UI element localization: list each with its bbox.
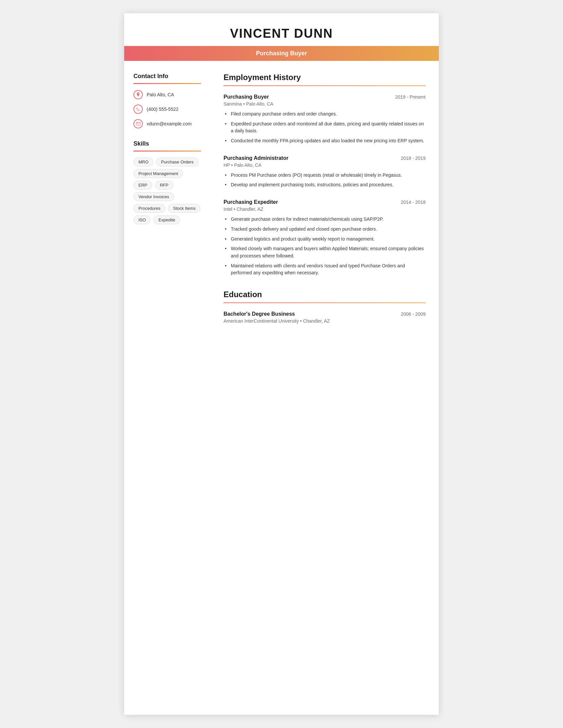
skill-tag: ERP: [133, 181, 152, 190]
contact-divider: [133, 83, 201, 84]
job-header-3: Purchasing Expediter 2014 - 2018: [223, 199, 426, 205]
contact-section-title: Contact Info: [133, 73, 201, 80]
job-company-1: Sanmina • Palo Alto, CA: [223, 101, 426, 107]
contact-location: Palo Alto, CA: [133, 90, 201, 99]
job-block-1: Purchasing Buyer 2019 - Present Sanmina …: [223, 94, 426, 145]
skill-tag: Expedite: [153, 215, 180, 224]
skills-section-title: Skills: [133, 140, 201, 147]
skills-divider: [133, 151, 201, 152]
contact-email: vdunn@example.com: [133, 119, 201, 128]
bullet: Process PM Purchase orders (PO) requests…: [225, 172, 426, 179]
edu-block-1: Bachelor's Degree Business 2006 - 2009 A…: [223, 311, 426, 324]
job-header-1: Purchasing Buyer 2019 - Present: [223, 94, 426, 100]
job-block-2: Purchasing Administrator 2018 - 2019 HP …: [223, 155, 426, 189]
edu-dates-1: 2006 - 2009: [401, 311, 426, 317]
bullet: Tracked goods delivery and updated and c…: [225, 226, 426, 233]
skill-tag: RFP: [155, 181, 173, 190]
bullet: Develop and implement purchasing tools, …: [225, 181, 426, 189]
job-dates-1: 2019 - Present: [395, 94, 426, 100]
bullet: Generate purchase orders for indirect ma…: [225, 216, 426, 223]
skill-tag: Project Management: [133, 169, 183, 178]
edu-school-1: American InterContinental University • C…: [223, 318, 426, 324]
contact-phone-text: (400) 555-5522: [147, 107, 178, 112]
bullet: Filed company purchase orders and order …: [225, 111, 426, 118]
contact-phone: (400) 555-5522: [133, 105, 201, 114]
phone-icon: [133, 105, 143, 114]
job-company-3: Intel • Chandler, AZ: [223, 206, 426, 212]
skill-tag: MRO: [133, 158, 153, 166]
education-section-title: Education: [223, 290, 426, 299]
main-content: Employment History Purchasing Buyer 2019…: [210, 61, 439, 346]
employment-section: Employment History Purchasing Buyer 2019…: [223, 73, 426, 277]
skill-tag: Vendor Invoices: [133, 192, 174, 201]
sidebar: Contact Info Palo Alto, CA (400) 555-552…: [124, 61, 210, 346]
bullet: Generated logistics and product quality …: [225, 236, 426, 243]
job-bullets-2: Process PM Purchase orders (PO) requests…: [223, 172, 426, 189]
employment-section-title: Employment History: [223, 73, 426, 82]
job-company-2: HP • Palo Alto, CA: [223, 162, 426, 168]
resume-document: VINCENT DUNN Purchasing Buyer Contact In…: [124, 13, 439, 715]
job-dates-3: 2014 - 2018: [401, 200, 426, 205]
job-block-3: Purchasing Expediter 2014 - 2018 Intel •…: [223, 199, 426, 277]
contact-location-text: Palo Alto, CA: [147, 92, 174, 97]
job-title-3: Purchasing Expediter: [223, 199, 278, 205]
bullet: Worked closely with managers and buyers …: [225, 245, 426, 259]
job-title-2: Purchasing Administrator: [223, 155, 289, 161]
education-divider: [223, 302, 426, 303]
email-icon: [133, 119, 143, 128]
skill-tag: Stock Items: [168, 204, 200, 213]
job-dates-2: 2018 - 2019: [401, 156, 426, 161]
skill-tag: Procedures: [133, 204, 165, 213]
employment-divider: [223, 85, 426, 86]
resume-body: Contact Info Palo Alto, CA (400) 555-552…: [124, 61, 439, 346]
education-section: Education Bachelor's Degree Business 200…: [223, 290, 426, 324]
bullet: Maintained relations with clients and ve…: [225, 262, 426, 277]
bullet: Conducted the monthly FPA pricing update…: [225, 137, 426, 145]
job-title-label: Purchasing Buyer: [256, 50, 307, 57]
skills-section: Skills MRO Purchase Orders Project Manag…: [133, 140, 201, 224]
edu-degree-1: Bachelor's Degree Business: [223, 311, 295, 317]
job-header-2: Purchasing Administrator 2018 - 2019: [223, 155, 426, 161]
bullet: Expedited purchase orders and monitored …: [225, 120, 426, 135]
job-bullets-3: Generate purchase orders for indirect ma…: [223, 216, 426, 277]
edu-header-1: Bachelor's Degree Business 2006 - 2009: [223, 311, 426, 317]
resume-header: VINCENT DUNN: [124, 13, 439, 41]
skill-tag: ISO: [133, 215, 151, 224]
contact-email-text: vdunn@example.com: [147, 121, 192, 126]
job-bullets-1: Filed company purchase orders and order …: [223, 111, 426, 145]
title-bar: Purchasing Buyer: [124, 46, 439, 61]
skills-tags-container: MRO Purchase Orders Project Management E…: [133, 158, 201, 224]
location-icon: [133, 90, 143, 99]
skill-tag: Purchase Orders: [156, 158, 198, 166]
job-title-1: Purchasing Buyer: [223, 94, 269, 100]
candidate-name: VINCENT DUNN: [131, 26, 432, 41]
